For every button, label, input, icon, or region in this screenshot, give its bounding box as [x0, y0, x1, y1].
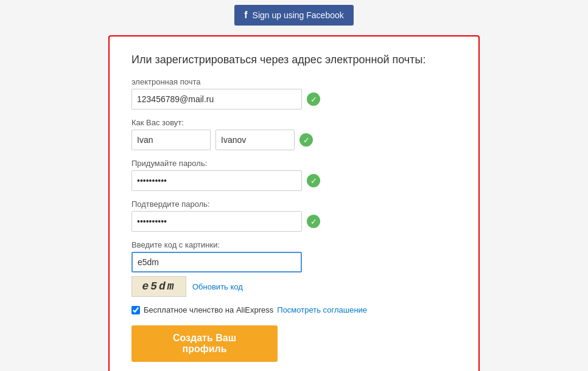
email-valid-icon: ✓: [307, 92, 320, 106]
form-title: Или зарегистрироваться через адрес элект…: [131, 54, 457, 66]
name-valid-icon: ✓: [299, 133, 313, 147]
password-valid-icon: ✓: [307, 174, 320, 187]
name-field-group: Как Вас зовут: ✓: [131, 118, 457, 150]
confirm-password-field-group: Подтвердите пароль: ✓: [131, 199, 457, 232]
first-name-input[interactable]: [131, 130, 211, 150]
membership-checkbox[interactable]: [131, 306, 140, 314]
facebook-button-label: Sign up using Facebook: [253, 10, 344, 20]
membership-label: Бесплатное членство на AliExpress: [144, 305, 273, 314]
confirm-password-input[interactable]: [131, 211, 302, 232]
captcha-image: e5dm: [131, 276, 186, 297]
registration-form: Или зарегистрироваться через адрес элект…: [108, 35, 480, 371]
facebook-icon: f: [244, 10, 247, 21]
email-row: ✓: [131, 89, 457, 109]
facebook-signup-button[interactable]: f Sign up using Facebook: [234, 5, 354, 26]
captcha-field-group: Введите код с картинки: e5dm Обновить ко…: [131, 240, 457, 297]
confirm-password-valid-icon: ✓: [307, 215, 320, 228]
refresh-captcha-link[interactable]: Обновить код: [192, 282, 243, 291]
password-input[interactable]: [131, 170, 302, 191]
submit-button[interactable]: Создать Ваш профиль: [131, 325, 278, 362]
confirm-password-label: Подтвердите пароль:: [131, 199, 457, 209]
captcha-label: Введите код с картинки:: [131, 240, 457, 249]
email-label: электронная почта: [131, 77, 457, 86]
last-name-input[interactable]: [215, 130, 295, 150]
captcha-input[interactable]: [131, 252, 302, 272]
name-row: ✓: [131, 130, 457, 150]
membership-checkbox-row: Бесплатное членство на AliExpress Посмот…: [131, 305, 457, 314]
captcha-input-row: [131, 252, 457, 272]
email-field-group: электронная почта ✓: [131, 77, 457, 109]
password-field-group: Придумайте пароль: ✓: [131, 159, 457, 191]
agreement-link[interactable]: Посмотреть соглашение: [277, 305, 367, 314]
name-label: Как Вас зовут:: [131, 118, 457, 127]
password-row: ✓: [131, 170, 457, 191]
email-input[interactable]: [131, 89, 302, 109]
confirm-password-row: ✓: [131, 211, 457, 232]
password-label: Придумайте пароль:: [131, 159, 457, 168]
captcha-image-row: e5dm Обновить код: [131, 276, 457, 297]
